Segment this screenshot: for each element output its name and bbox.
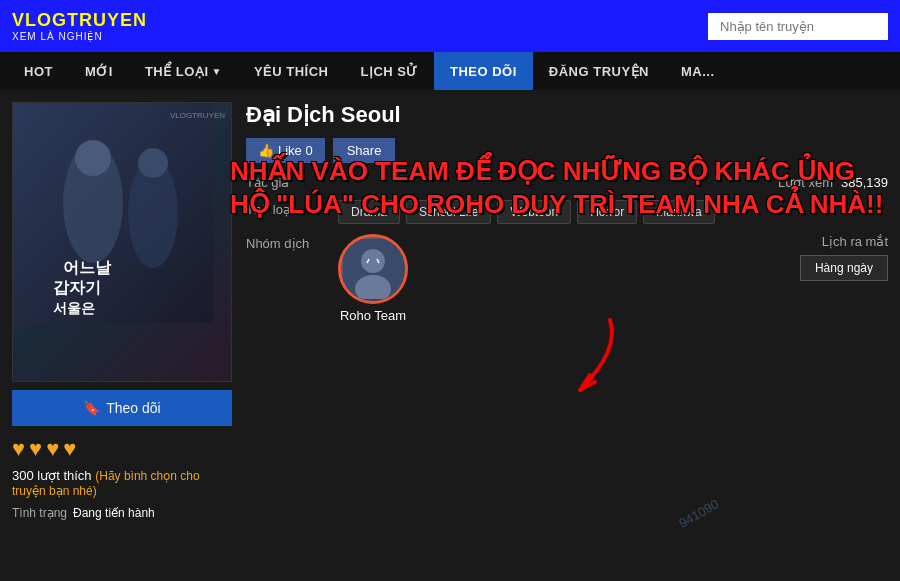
logo-top: VLOGTRUYEN — [12, 10, 147, 31]
schedule-section: Lịch ra mắt Hàng ngày — [800, 234, 888, 281]
schedule-value-button[interactable]: Hàng ngày — [800, 255, 888, 281]
likes-count: 300 lượt thích (Hãy bình chọn cho truyện… — [12, 468, 232, 498]
chevron-down-icon: ▼ — [212, 66, 222, 77]
svg-point-3 — [75, 140, 111, 176]
social-buttons: 👍 Like 0 Share — [246, 138, 888, 163]
heart-2: ♥ — [29, 436, 42, 462]
team-row: Nhóm dịch — [246, 234, 408, 323]
share-button[interactable]: Share — [333, 138, 396, 163]
site-header: VLOGTRUYEN XEM LÀ NGHIỆN — [0, 0, 900, 52]
svg-text:갑자기: 갑자기 — [53, 279, 101, 296]
tag-drama[interactable]: Drama — [338, 200, 400, 224]
nav-lich-su[interactable]: LỊCH SỬ — [344, 52, 434, 90]
like-label: Like 0 — [278, 143, 313, 158]
thumbs-up-icon: 👍 — [258, 143, 274, 158]
nav-the-loai[interactable]: THỂ LOẠI ▼ — [129, 52, 238, 90]
search-input[interactable] — [708, 13, 888, 40]
tag-school-life[interactable]: School Life — [406, 200, 491, 224]
status-value: Đang tiến hành — [73, 506, 155, 520]
svg-point-9 — [361, 249, 385, 273]
team-avatar-svg — [343, 239, 403, 299]
nav-theo-doi[interactable]: THEO DÕI — [434, 52, 533, 90]
logo[interactable]: VLOGTRUYEN XEM LÀ NGHIỆN — [12, 10, 147, 42]
views-value: 385,139 — [841, 175, 888, 190]
tag-webtoon[interactable]: Webtoon — [497, 200, 571, 224]
team-avatar-image — [343, 239, 403, 299]
views-stat: Lượt xem 385,139 — [778, 175, 888, 190]
cover-illustration: 어느날 갑자기 서울은 — [13, 103, 213, 323]
team-info: Roho Team — [338, 234, 408, 323]
nav-ma[interactable]: MA... — [665, 52, 731, 90]
svg-text:서울은: 서울은 — [53, 300, 95, 316]
tag-horror[interactable]: Horror — [577, 200, 637, 224]
schedule-label: Lịch ra mắt — [822, 234, 888, 249]
author-stat: Tác giả — [246, 175, 297, 190]
logo-sub: XEM LÀ NGHIỆN — [12, 31, 147, 42]
status-row: Tình trạng Đang tiến hành — [12, 506, 232, 520]
svg-point-4 — [138, 148, 168, 178]
nav-moi[interactable]: MỚI — [69, 52, 129, 90]
main-content: ROHO TEAM — [0, 90, 900, 532]
follow-button[interactable]: 🔖 Theo dõi — [12, 390, 232, 426]
manga-title: Đại Dịch Seoul — [246, 102, 888, 128]
status-label: Tình trạng — [12, 506, 67, 520]
genre-label: Thể loại — [246, 200, 326, 217]
hearts-rating: ♥ ♥ ♥ ♥ — [12, 436, 232, 462]
nav-yeu-thich[interactable]: YÊU THÍCH — [238, 52, 345, 90]
cover-inner: ROHO TEAM — [13, 103, 231, 381]
nav-dang-truyen[interactable]: ĐĂNG TRUYỆN — [533, 52, 665, 90]
schedule-stat: Lịch ra mắt — [822, 234, 888, 249]
left-panel: ROHO TEAM — [12, 102, 232, 520]
stats-row: Tác giả Lượt xem 385,139 — [246, 175, 888, 190]
genre-tags: Drama School Life Webtoon Horror Manhwa — [338, 200, 715, 224]
heart-1: ♥ — [12, 436, 25, 462]
tag-manhwa[interactable]: Manhwa — [643, 200, 714, 224]
main-nav: HOT MỚI THỂ LOẠI ▼ YÊU THÍCH LỊCH SỬ THE… — [0, 52, 900, 90]
nav-hot[interactable]: HOT — [8, 52, 69, 90]
heart-4: ♥ — [63, 436, 76, 462]
heart-3: ♥ — [46, 436, 59, 462]
cover-watermark: VLOGTRUYEN — [170, 111, 225, 120]
right-panel: Đại Dịch Seoul 👍 Like 0 Share Tác giả Lư… — [246, 102, 888, 520]
like-button[interactable]: 👍 Like 0 — [246, 138, 325, 163]
views-label: Lượt xem — [778, 175, 833, 190]
svg-text:어느날: 어느날 — [63, 259, 112, 276]
genre-row: Thể loại Drama School Life Webtoon Horro… — [246, 200, 888, 224]
manga-cover: ROHO TEAM — [12, 102, 232, 382]
author-label: Tác giả — [246, 175, 289, 190]
follow-label: Theo dõi — [106, 400, 160, 416]
team-name: Roho Team — [340, 308, 406, 323]
team-avatar[interactable] — [338, 234, 408, 304]
bookmark-icon: 🔖 — [83, 400, 100, 416]
share-label: Share — [347, 143, 382, 158]
team-label: Nhóm dịch — [246, 234, 326, 251]
likes-number: 300 lượt thích — [12, 468, 92, 483]
